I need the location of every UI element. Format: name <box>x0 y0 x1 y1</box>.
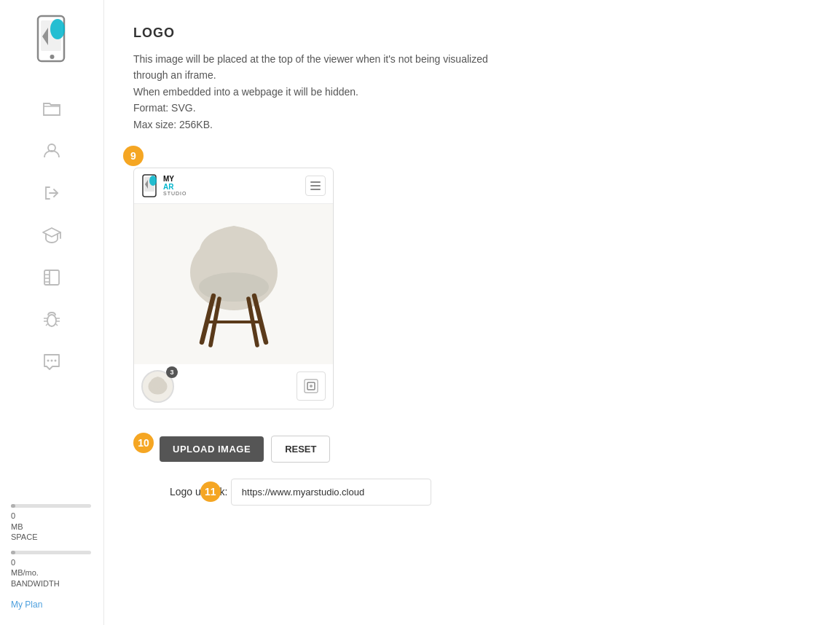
svg-point-21 <box>51 360 53 362</box>
phone-icon <box>141 174 157 197</box>
folder-icon[interactable] <box>41 98 63 119</box>
space-bar-fill <box>11 504 15 508</box>
sidebar: 0 MB SPACE 0 MB/mo. BANDWIDTH My Plan <box>0 0 104 625</box>
my-plan-link[interactable]: My Plan <box>11 600 42 610</box>
content-panel: LOGO This image will be placed at the to… <box>104 0 840 625</box>
book-icon[interactable] <box>41 267 63 288</box>
svg-point-37 <box>310 385 313 388</box>
url-section: 12 Logo url link: 11 <box>170 479 811 506</box>
main-content: LOGO This image will be placed at the to… <box>104 0 840 625</box>
reset-button[interactable]: RESET <box>271 436 330 463</box>
badge-10: 10 <box>133 433 154 453</box>
space-value: 0 <box>11 511 93 521</box>
space-label: 0 MB SPACE <box>11 511 93 542</box>
viewer-product-area <box>134 204 333 364</box>
viewer-header-left: MY AR STUDIO <box>141 174 187 197</box>
viewer-menu-icon[interactable] <box>305 176 326 196</box>
url-input[interactable] <box>231 479 431 506</box>
action-buttons-wrapper: 10 UPLOAD IMAGE RESET <box>133 424 811 463</box>
ar-viewer[interactable]: MY AR STUDIO <box>133 168 334 409</box>
bug-icon[interactable] <box>41 309 63 331</box>
bandwidth-label: 0 MB/mo. BANDWIDTH <box>11 557 93 589</box>
svg-point-13 <box>47 315 56 326</box>
logo-studio: STUDIO <box>163 191 187 197</box>
sidebar-nav <box>41 98 63 504</box>
desc-line-5: Max size: 256KB. <box>133 117 811 133</box>
svg-point-2 <box>50 55 54 59</box>
space-unit: MB <box>11 522 93 532</box>
desc-line-4: Format: SVG. <box>133 100 811 116</box>
bandwidth-label-text: BANDWIDTH <box>11 578 93 589</box>
space-label-text: SPACE <box>11 532 93 542</box>
viewer-header: MY AR STUDIO <box>134 168 333 204</box>
svg-point-25 <box>149 176 157 186</box>
bandwidth-usage: 0 MB/mo. BANDWIDTH <box>11 551 93 589</box>
svg-rect-8 <box>44 270 59 285</box>
viewer-logo-text: MY AR STUDIO <box>163 175 187 197</box>
graduation-icon[interactable] <box>41 224 63 246</box>
bandwidth-unit: MB/mo. <box>11 567 93 578</box>
svg-line-19 <box>55 323 58 326</box>
chair-image <box>176 211 292 357</box>
thumbnail-container: 3 <box>141 370 174 403</box>
thumbnail-count-badge: 3 <box>166 366 178 378</box>
desc-line-3: When embedded into a webpage it will be … <box>133 84 811 100</box>
space-usage: 0 MB SPACE <box>11 504 93 542</box>
description: This image will be placed at the top of … <box>133 51 811 133</box>
svg-point-28 <box>199 272 269 302</box>
badge-11: 11 <box>200 481 221 502</box>
svg-line-18 <box>46 323 48 326</box>
badge-9: 9 <box>123 146 144 166</box>
svg-point-3 <box>50 19 65 39</box>
action-buttons: UPLOAD IMAGE RESET <box>160 436 330 463</box>
viewer-wrapper: 9 <box>133 153 334 409</box>
sidebar-bottom: 0 MB SPACE 0 MB/mo. BANDWIDTH My Plan <box>0 504 103 625</box>
logo-ar: AR <box>163 183 187 191</box>
section-title: LOGO <box>133 25 811 41</box>
bandwidth-bar-fill <box>11 551 15 554</box>
url-input-wrapper: 11 <box>231 479 431 506</box>
bandwidth-bar-track <box>11 551 91 554</box>
viewer-footer: 3 <box>134 364 333 409</box>
signout-icon[interactable] <box>41 182 63 204</box>
ar-button[interactable] <box>297 372 326 401</box>
app-logo <box>32 15 72 68</box>
space-bar-track <box>11 504 91 508</box>
svg-point-20 <box>47 360 50 362</box>
chat-icon[interactable] <box>41 351 63 373</box>
svg-point-22 <box>55 360 57 362</box>
user-icon[interactable] <box>41 140 63 162</box>
upload-image-button[interactable]: UPLOAD IMAGE <box>160 436 264 462</box>
desc-line-2: through an iframe. <box>133 67 811 83</box>
logo-my: MY <box>163 175 174 183</box>
desc-line-1: This image will be placed at the top of … <box>133 51 811 67</box>
bandwidth-value: 0 <box>11 557 93 567</box>
